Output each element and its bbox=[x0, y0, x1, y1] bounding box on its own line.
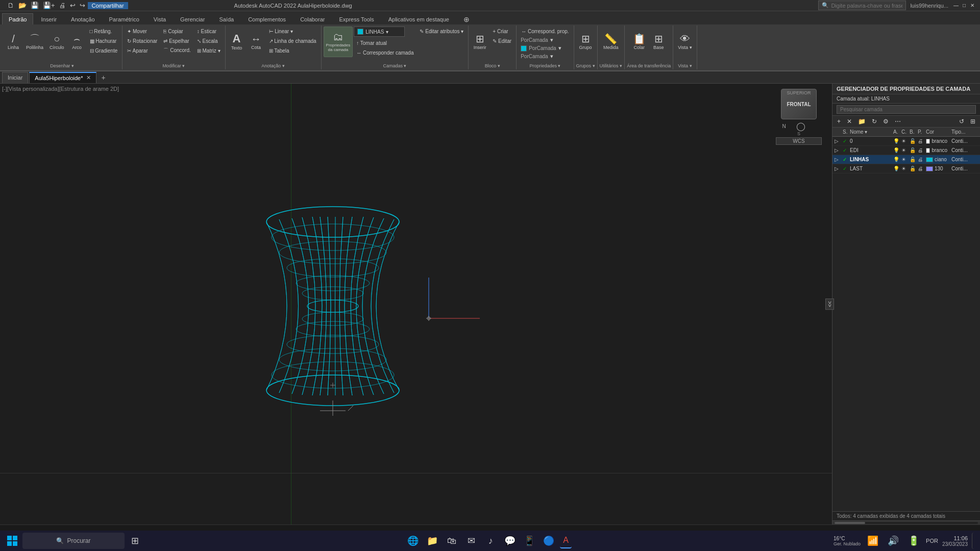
tab-more[interactable]: ⊕ bbox=[457, 13, 476, 24]
btn-editar[interactable]: ✎ Editar bbox=[490, 36, 514, 45]
btn-copiar[interactable]: ⎘ Copiar bbox=[161, 27, 193, 36]
teams-icon[interactable]: 💬 bbox=[502, 533, 518, 549]
header-b[interactable]: B. bbox=[908, 129, 916, 135]
layer-row-linhas[interactable]: ▷ ✓ LINHAS 💡 ☀ 🔓 🖨 bbox=[832, 155, 980, 164]
viewcube[interactable]: SUPERIOR FRONTAL N ◯ S WCS bbox=[776, 89, 822, 135]
btn-tabela[interactable]: ⊞ Tabela bbox=[266, 46, 319, 55]
phone-icon[interactable]: 📱 bbox=[521, 533, 537, 549]
tab-complementos[interactable]: Complementos bbox=[241, 13, 292, 24]
header-expand[interactable] bbox=[832, 129, 841, 135]
viewport[interactable]: [-][Vista personalizada][Estrutura de ar… bbox=[0, 84, 832, 524]
minimize-btn[interactable]: — bbox=[952, 2, 960, 9]
btn-linha-chamada[interactable]: ↗ Linha de chamada bbox=[266, 36, 319, 45]
btn-escala[interactable]: ⤡ Escala bbox=[194, 36, 223, 45]
undo-btn[interactable]: ↩ bbox=[68, 1, 77, 10]
rowedi-b[interactable]: 🔓 bbox=[908, 147, 916, 153]
chrome-icon[interactable]: 🔵 bbox=[541, 533, 557, 549]
btn-mover[interactable]: ✦ Mover bbox=[125, 27, 160, 36]
tab-colaborar[interactable]: Colaborar bbox=[293, 13, 331, 24]
rowlast-c[interactable]: ☀ bbox=[899, 166, 908, 171]
header-p[interactable]: P. bbox=[916, 129, 924, 135]
btn-polilinha[interactable]: ⌒ Polilinha bbox=[23, 27, 46, 57]
rowlin-color[interactable]: ciano bbox=[924, 157, 949, 162]
rowlin-p[interactable]: 🖨 bbox=[916, 157, 924, 162]
btn-medida[interactable]: 📏 Medida bbox=[601, 27, 621, 57]
autocad-taskbar[interactable]: A bbox=[560, 533, 572, 548]
clock[interactable]: 11:06 23/03/2023 bbox=[942, 535, 968, 547]
rowedi-name[interactable]: EDI bbox=[848, 147, 891, 153]
btn-arco[interactable]: ⌢ Arco bbox=[68, 27, 86, 57]
layer-tool-new[interactable]: + bbox=[835, 117, 843, 126]
btn-texto[interactable]: A Texto bbox=[228, 27, 246, 57]
btn-corresponder-camada[interactable]: ↔ Corresponder camada bbox=[354, 48, 416, 57]
mail-icon[interactable]: ✉ bbox=[463, 533, 479, 549]
store-icon[interactable]: 🛍 bbox=[444, 533, 460, 549]
rowlin-b[interactable]: 🔓 bbox=[908, 157, 916, 162]
rowlast-color[interactable]: 130 bbox=[924, 166, 949, 171]
tab-padrao[interactable]: Padrão bbox=[2, 13, 33, 24]
layer-tool-refresh[interactable]: ↻ bbox=[869, 117, 879, 126]
btn-hachura[interactable]: ▦ Hachurar bbox=[87, 36, 120, 45]
layer-tool-refresh2[interactable]: ↺ bbox=[957, 117, 967, 126]
taskview-btn[interactable]: ⊞ bbox=[127, 533, 143, 549]
tab-inserir[interactable]: Inserir bbox=[34, 13, 63, 24]
layer-scrollbar[interactable] bbox=[832, 520, 980, 524]
btn-grupo[interactable]: ⊞ Grupo bbox=[576, 27, 595, 57]
btn-editar-atributos[interactable]: ✎ Editar atributos ▾ bbox=[417, 27, 466, 36]
print-btn[interactable]: 🖨 bbox=[58, 1, 67, 10]
rowedi-c[interactable]: ☀ bbox=[899, 147, 908, 153]
rowlast-p[interactable]: 🖨 bbox=[916, 166, 924, 171]
show-desktop-btn[interactable] bbox=[972, 533, 976, 549]
search-taskbar-btn[interactable]: 🔍 Procurar bbox=[22, 533, 125, 549]
header-a[interactable]: A. bbox=[891, 129, 899, 135]
btn-propriedades-camada[interactable]: 🗂 Propriedadesda camada bbox=[324, 27, 353, 57]
rowlast-a[interactable]: 💡 bbox=[891, 166, 899, 171]
row0-color[interactable]: branco bbox=[924, 138, 949, 144]
layer-row-edi[interactable]: ▷ ✓ EDI 💡 ☀ 🔓 🖨 bra bbox=[832, 146, 980, 155]
rowlast-b[interactable]: 🔓 bbox=[908, 166, 916, 171]
tab-apps[interactable]: Aplicativos em destaque bbox=[382, 13, 456, 24]
tab-aula5-close[interactable]: ✕ bbox=[86, 74, 91, 81]
edge-icon[interactable]: 🌐 bbox=[405, 533, 421, 549]
row0-name[interactable]: 0 bbox=[848, 138, 891, 144]
btn-inserir[interactable]: ⊞ Inserir bbox=[471, 27, 489, 57]
row0-b[interactable]: 🔓 bbox=[908, 138, 916, 144]
rowlin-name[interactable]: LINHAS bbox=[848, 157, 891, 162]
btn-base[interactable]: ⊞ Base bbox=[649, 27, 668, 57]
save-btn[interactable]: 💾 bbox=[29, 1, 40, 10]
open-btn[interactable]: 📂 bbox=[17, 1, 28, 10]
tab-parametrico[interactable]: Paramétrico bbox=[103, 13, 146, 24]
layer-tool-expand[interactable]: ⊞ bbox=[968, 117, 978, 126]
share-btn[interactable]: Compartilhar bbox=[88, 2, 128, 9]
header-tipo[interactable]: Tipo... bbox=[949, 129, 980, 135]
row0-a[interactable]: 💡 bbox=[891, 138, 899, 144]
start-btn[interactable] bbox=[4, 533, 20, 549]
layer-row-last[interactable]: ▷ ✓ LAST 💡 ☀ 🔓 🖨 13 bbox=[832, 164, 980, 173]
close-btn[interactable]: ✕ bbox=[969, 2, 976, 9]
rowlast-name[interactable]: LAST bbox=[848, 166, 891, 171]
btn-gradiente[interactable]: ⊟ Gradiente bbox=[87, 46, 120, 55]
saveas-btn[interactable]: 💾+ bbox=[41, 1, 57, 10]
tab-gerenciar[interactable]: Gerenciar bbox=[174, 13, 211, 24]
explorer-icon[interactable]: 📁 bbox=[424, 533, 440, 549]
btn-criar[interactable]: + Criar bbox=[490, 27, 514, 36]
btn-concord[interactable]: ⌒ Concord. bbox=[161, 46, 193, 55]
header-c[interactable]: C. bbox=[899, 129, 908, 135]
layer-tool-delete[interactable]: ✕ bbox=[844, 117, 854, 126]
new-btn[interactable]: 🗋 bbox=[6, 1, 16, 10]
btn-aparar[interactable]: ✂ Aparar bbox=[125, 46, 160, 55]
layer-tool-settings[interactable]: ⚙ bbox=[880, 117, 891, 126]
wcs-label[interactable]: WCS bbox=[776, 137, 822, 145]
btn-corresponder-prop[interactable]: ↔ Correspond. prop. bbox=[519, 27, 571, 36]
battery-icon[interactable]: 🔋 bbox=[905, 533, 922, 549]
layer-dropdown[interactable]: LINHAS ▾ bbox=[354, 27, 405, 37]
search-input[interactable] bbox=[831, 3, 902, 9]
btn-espelhar[interactable]: ⇌ Espelhar bbox=[161, 36, 193, 45]
header-cor[interactable]: Cor bbox=[924, 129, 949, 135]
rowlin-c[interactable]: ☀ bbox=[899, 157, 908, 162]
btn-circulo[interactable]: ○ Círculo bbox=[47, 27, 67, 57]
row0-p[interactable]: 🖨 bbox=[916, 138, 924, 144]
redo-btn[interactable]: ↪ bbox=[78, 1, 87, 10]
btn-linha[interactable]: / Linha bbox=[4, 27, 22, 57]
language-indicator[interactable]: POR bbox=[926, 538, 938, 544]
